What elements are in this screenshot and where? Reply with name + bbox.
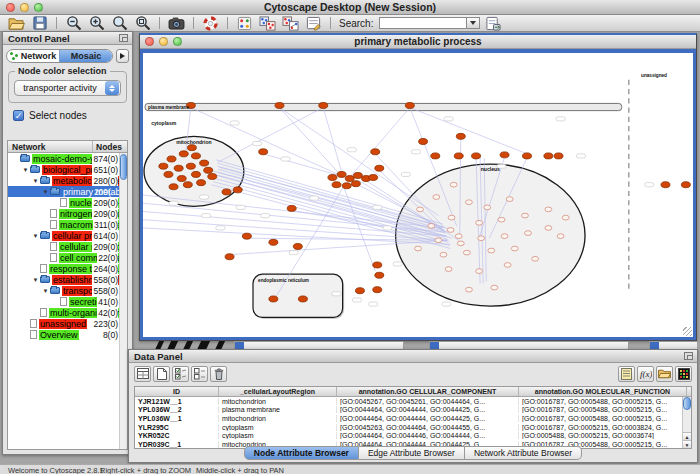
- select-all-attributes-button[interactable]: [172, 366, 189, 382]
- tree-row-macromolecule[interactable]: macromolecule311(0): [8, 219, 127, 230]
- tree-expander-icon[interactable]: ▼: [31, 277, 40, 283]
- tree-row-cell-communicat[interactable]: cell communicat22(0): [8, 252, 127, 263]
- tree-row-nitrogen-compo[interactable]: nitrogen compo209(0): [8, 208, 127, 219]
- float-panel-icon[interactable]: [119, 34, 128, 42]
- table-row[interactable]: YLR295Ccytoplasm[GO:0045263, GO:0044464,…: [135, 423, 691, 432]
- tree-row-count: 42(0): [97, 308, 118, 318]
- search-input[interactable]: [379, 17, 467, 29]
- data-panel-title-bar[interactable]: Data Panel: [129, 350, 697, 363]
- attribute-table-body: YJR121W__1mitochondrion[GO:0045267, GO:0…: [135, 397, 691, 449]
- zoom-fit-icon: [135, 15, 151, 31]
- table-vscrollbar[interactable]: ▲ ▼: [682, 397, 691, 448]
- zoom-window-button[interactable]: [173, 37, 182, 46]
- zoom-fit-button[interactable]: [132, 16, 153, 31]
- chevron-down-icon: [470, 21, 476, 25]
- column-header[interactable]: _cellularLayoutRegion: [219, 387, 337, 396]
- edit-annotation-button[interactable]: [303, 16, 324, 31]
- file-icon: [50, 220, 57, 229]
- unselect-all-attributes-button[interactable]: [191, 366, 208, 382]
- import-attributes-button[interactable]: [656, 366, 673, 382]
- tree-row-response-to-stimul[interactable]: response to stimul264(0): [8, 263, 127, 274]
- folder-icon: [50, 287, 60, 294]
- zoom-in-button[interactable]: [86, 16, 107, 31]
- tree-row-biological-process[interactable]: ▼biological_process651(0): [8, 164, 127, 175]
- tree-expander-icon[interactable]: ▼: [41, 288, 50, 294]
- tree-scrollbar[interactable]: [119, 153, 127, 449]
- compare-networks-button[interactable]: [280, 16, 301, 31]
- tree-expander-icon[interactable]: ▼: [41, 189, 50, 195]
- tree-expander-icon[interactable]: ▼: [31, 178, 40, 184]
- annotation-form-icon: [306, 16, 321, 31]
- dropdown-stepper-icon: [105, 81, 119, 95]
- tree-scroll-thumb[interactable]: [120, 154, 127, 180]
- float-panel-icon[interactable]: [684, 352, 693, 360]
- resize-grip-icon[interactable]: [683, 327, 692, 336]
- control-panel-window: Control Panel Network Mosaic Node color …: [2, 31, 133, 455]
- tree-expander-icon[interactable]: ▼: [31, 233, 40, 239]
- network-tree: Network Nodes mosaic-demo-yeast874(0)▼bi…: [7, 140, 128, 450]
- search-dropdown-button[interactable]: [467, 17, 480, 29]
- tree-row-mosaic-demo-yeast[interactable]: mosaic-demo-yeast874(0): [8, 153, 127, 164]
- tree-row-establishment-of-lo[interactable]: ▼establishment of lo558(0): [8, 274, 127, 285]
- tree-row-count: 558(0): [92, 286, 118, 296]
- network-view-title: primary metabolic process: [140, 36, 696, 47]
- merge-networks-button[interactable]: [257, 16, 278, 31]
- tree-row-transport[interactable]: ▼transport558(0): [8, 285, 127, 296]
- minimize-button[interactable]: [159, 37, 168, 46]
- tree-row-multi-organism-pro[interactable]: multi-organism pro42(0): [8, 307, 127, 318]
- table-row[interactable]: YKR052Ccytoplasm[GO:0044464, GO:0044446,…: [135, 431, 691, 440]
- new-attribute-button[interactable]: [153, 366, 170, 382]
- select-nodes-checkbox[interactable]: ✓: [13, 110, 24, 121]
- control-panel-title-bar[interactable]: Control Panel: [3, 32, 132, 45]
- tree-row-unassigned[interactable]: unassigned223(0): [8, 318, 127, 329]
- tree-header-network[interactable]: Network: [8, 141, 93, 152]
- tree-row-secretion[interactable]: secretion41(0): [8, 296, 127, 307]
- table-row[interactable]: YPL036W__2plasma membrane[GO:0044464, GO…: [135, 406, 691, 415]
- column-header[interactable]: annotation.GO CELLULAR_COMPONENT: [337, 387, 519, 396]
- tree-row-overview[interactable]: Overview8(0): [8, 329, 127, 340]
- column-header[interactable]: ID: [135, 387, 219, 396]
- search-combobox[interactable]: [379, 17, 480, 29]
- graphics-details-button[interactable]: [234, 16, 255, 31]
- tree-expander-icon[interactable]: ▼: [21, 167, 30, 173]
- close-button[interactable]: [145, 37, 154, 46]
- tab-network[interactable]: Network: [7, 50, 59, 62]
- zoom-window-button[interactable]: [34, 3, 43, 12]
- attribute-select-button[interactable]: [134, 366, 151, 382]
- scroll-up-arrow-icon[interactable]: ▲: [683, 432, 691, 440]
- tab-network-attribute-browser[interactable]: Network Attribute Browser: [465, 446, 582, 460]
- tree-header-nodes[interactable]: Nodes: [93, 141, 127, 152]
- table-row[interactable]: YPL036W__1mitochondrion[GO:0044464, GO:0…: [135, 414, 691, 423]
- zoom-selected-button[interactable]: [109, 16, 130, 31]
- tree-row-metabolic-process[interactable]: ▼metabolic process280(0): [8, 175, 127, 186]
- tree-row-cellular-metabo[interactable]: cellular metabo209(0): [8, 241, 127, 252]
- tree-row-primary-metabo[interactable]: ▼primary metabo209(...: [8, 186, 127, 197]
- tab-node-attribute-browser[interactable]: Node Attribute Browser: [244, 446, 359, 460]
- table-row[interactable]: YJR121W__1mitochondrion[GO:0045267, GO:0…: [135, 397, 691, 406]
- node-color-dropdown[interactable]: transporter activity: [14, 80, 121, 96]
- delete-attribute-button[interactable]: [210, 366, 227, 382]
- tab-overflow-button[interactable]: [116, 49, 129, 63]
- zoom-out-button[interactable]: [63, 16, 84, 31]
- tab-mosaic[interactable]: Mosaic: [59, 50, 112, 62]
- tree-row-nucleobase-[interactable]: nucleobase-209(0): [8, 197, 127, 208]
- network-canvas[interactable]: plasma membranecytoplasmmitochondrionnuc…: [143, 53, 693, 337]
- minimize-button[interactable]: [20, 3, 29, 12]
- save-session-button[interactable]: [29, 16, 50, 31]
- heatmap-matrix-button[interactable]: [675, 366, 692, 382]
- column-header[interactable]: annotation.GO MOLECULAR_FUNCTION: [519, 387, 687, 396]
- table-scroll-thumb[interactable]: [683, 397, 691, 410]
- help-button[interactable]: [200, 16, 221, 31]
- snapshot-button[interactable]: [166, 16, 187, 31]
- close-button[interactable]: [6, 3, 15, 12]
- toolbar-separator: [56, 17, 57, 29]
- import-table-button[interactable]: [482, 16, 503, 31]
- open-folder-icon: [8, 16, 25, 30]
- function-builder-button[interactable]: f(x): [637, 366, 654, 382]
- tab-edge-attribute-browser[interactable]: Edge Attribute Browser: [359, 446, 465, 460]
- select-nodes-row: ✓ Select nodes: [13, 110, 132, 121]
- network-window-title-bar[interactable]: primary metabolic process: [140, 35, 696, 49]
- tree-row-cellular-process[interactable]: ▼cellular process614(0): [8, 230, 127, 241]
- open-session-button[interactable]: [6, 16, 27, 31]
- attribute-list-button[interactable]: [618, 366, 635, 382]
